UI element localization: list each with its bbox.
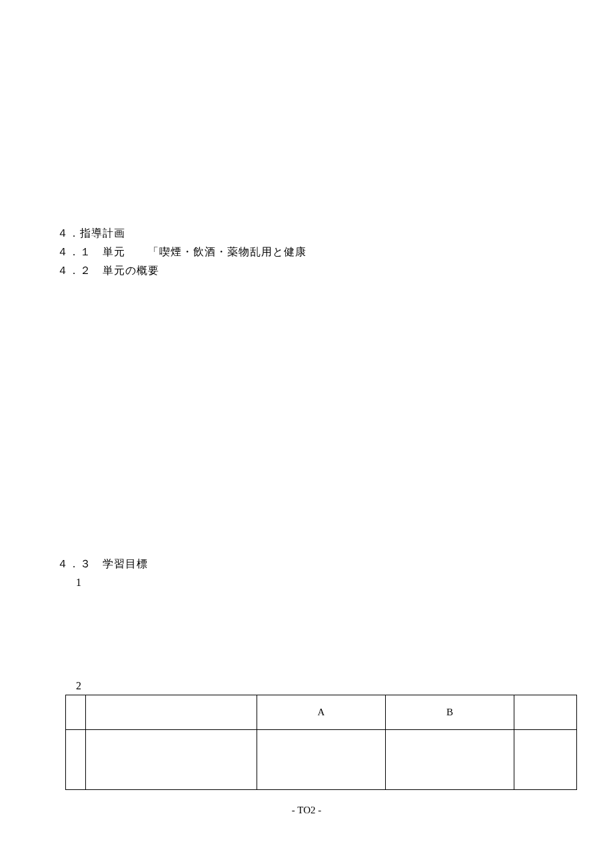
table-cell-empty: [66, 695, 86, 730]
table-cell-empty: [66, 730, 86, 790]
table-header-a: A: [257, 695, 385, 730]
section-4-3-content: ４．３ 学習目標 1: [57, 555, 577, 592]
section-4-content: ４．指導計画 ４．１ 単元 「喫煙・飲酒・薬物乱用と健康 ４．２ 単元の概要: [57, 224, 577, 280]
heading-4-3: ４．３ 学習目標: [57, 555, 577, 573]
table-header-b: B: [385, 695, 514, 730]
table-cell-empty: [514, 730, 576, 790]
sub-item-1: 1: [76, 573, 577, 592]
sub-item-2: 2: [76, 680, 81, 692]
table-cell-empty: [385, 730, 514, 790]
heading-4-2: ４．２ 単元の概要: [57, 261, 577, 280]
table-row: A B: [66, 695, 577, 730]
heading-4: ４．指導計画: [57, 224, 577, 243]
table-cell-empty: [85, 695, 257, 730]
table-cell-empty: [257, 730, 385, 790]
table-cell-empty: [514, 695, 576, 730]
table-container: A B: [65, 695, 577, 790]
heading-4-1: ４．１ 単元 「喫煙・飲酒・薬物乱用と健康: [57, 243, 577, 261]
page-footer: - TO2 -: [0, 805, 613, 816]
objectives-table: A B: [65, 695, 577, 790]
table-cell-empty: [85, 730, 257, 790]
table-row: [66, 730, 577, 790]
